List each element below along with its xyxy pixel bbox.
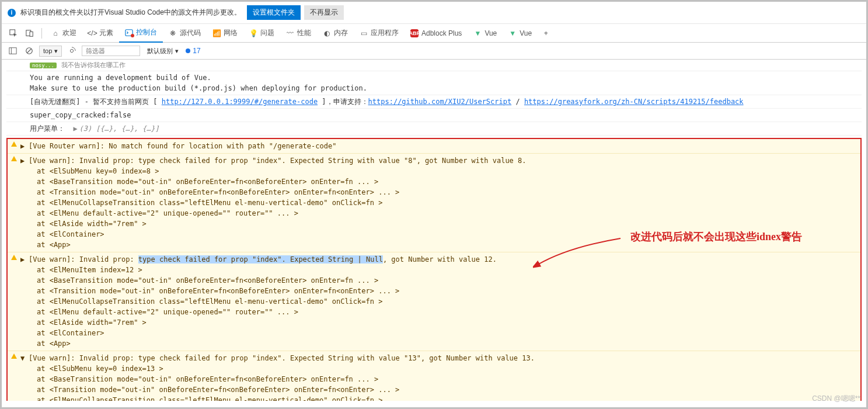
- device-toolbar-icon[interactable]: [23, 26, 37, 40]
- svg-line-7: [27, 49, 32, 53]
- disclosure-triangle-icon[interactable]: ▶: [20, 155, 25, 166]
- warning-triangle-icon: [11, 156, 17, 161]
- console-toolbar: top▾ 默认级别▾ 17: [2, 43, 866, 60]
- issue-count[interactable]: 17: [186, 47, 200, 55]
- warning-highlight-box: ▶ [Vue Router warn]: No match found for …: [6, 138, 862, 401]
- log-badge: nosy...: [30, 63, 57, 68]
- link[interactable]: https://github.com/XIU2/UserScript: [368, 98, 512, 106]
- svg-point-8: [71, 49, 74, 52]
- tab-adblock[interactable]: ABPAdblock Plus: [405, 24, 468, 43]
- disclosure-triangle-icon[interactable]: ▶: [20, 254, 25, 265]
- clear-console-icon[interactable]: [23, 44, 36, 57]
- log-row: You are running a development build of V…: [6, 71, 862, 95]
- warning-message: ▼ [Vue warn]: Invalid prop: type check f…: [8, 351, 860, 401]
- watermark: CSDN @嗯嗯**: [812, 394, 860, 404]
- home-icon: ⌂: [51, 29, 60, 37]
- dismiss-button[interactable]: 不再显示: [304, 5, 344, 20]
- network-icon: 📶: [212, 29, 221, 37]
- chevron-down-icon: ▾: [175, 47, 179, 55]
- adblock-icon: ABP: [410, 29, 419, 37]
- tab-performance[interactable]: 〰性能: [280, 24, 317, 43]
- disclosure-triangle-icon[interactable]: ▼: [20, 353, 25, 363]
- application-icon: ▭: [360, 29, 368, 37]
- inspect-element-icon[interactable]: [6, 26, 20, 40]
- tab-application[interactable]: ▭应用程序: [354, 24, 405, 43]
- live-expression-icon[interactable]: [65, 44, 78, 57]
- context-selector[interactable]: top▾: [39, 46, 62, 57]
- memory-icon: ◐: [323, 29, 331, 37]
- log-row: [自动无缝翻页] - 暂不支持当前网页 [ http://127.0.0.1:9…: [6, 95, 862, 109]
- vue-icon: ▼: [508, 29, 517, 37]
- elements-icon: </>: [88, 29, 96, 37]
- tab-console[interactable]: 控制台: [119, 24, 163, 43]
- issues-icon: 💡: [249, 29, 257, 37]
- devtools-tabs: ⌂欢迎 </>元素 控制台 ❋源代码 📶网络 💡问题 〰性能 ◐内存 ▭应用程序…: [2, 24, 866, 43]
- info-icon: i: [8, 9, 16, 17]
- tab-memory[interactable]: ◐内存: [317, 24, 354, 43]
- add-tab-icon[interactable]: +: [539, 26, 553, 40]
- filter-input[interactable]: [82, 46, 140, 56]
- tab-welcome[interactable]: ⌂欢迎: [46, 24, 82, 43]
- performance-icon: 〰: [286, 29, 294, 37]
- log-level-selector[interactable]: 默认级别▾: [144, 46, 182, 57]
- sources-icon: ❋: [169, 29, 177, 37]
- warning-triangle-icon: [11, 255, 17, 260]
- svg-rect-2: [30, 32, 33, 36]
- disclosure-triangle-icon[interactable]: ▶: [73, 123, 79, 134]
- info-bar: i 标识项目的根文件夹以打开Visual Studio Code中的源文件并同步…: [2, 2, 866, 24]
- tab-elements[interactable]: </>元素: [82, 24, 119, 43]
- chevron-down-icon: ▾: [54, 47, 58, 55]
- log-row: 用户菜单： ▶(3) [{…}, {…}, {…}]: [6, 122, 862, 136]
- tab-issues[interactable]: 💡问题: [243, 24, 280, 43]
- tab-vue-2[interactable]: ▼Vue: [503, 24, 538, 43]
- warning-message: ▶ [Vue Router warn]: No match found for …: [8, 139, 860, 153]
- issue-dot-icon: [186, 48, 190, 53]
- info-text: 标识项目的根文件夹以打开Visual Studio Code中的源文件并同步更改…: [20, 8, 241, 18]
- link[interactable]: https://greasyfork.org/zh-CN/scripts/419…: [524, 98, 744, 106]
- vue-icon: ▼: [473, 29, 482, 37]
- link[interactable]: http://127.0.0.1:9999/#/generate-code: [162, 98, 318, 106]
- annotation-text: 改进代码后就不会出现这些idnex警告: [630, 230, 802, 244]
- separator: [41, 28, 42, 39]
- svg-rect-4: [9, 48, 16, 54]
- highlighted-text: type check failed for prop "index". Expe…: [138, 255, 383, 264]
- set-root-folder-button[interactable]: 设置根文件夹: [247, 5, 301, 20]
- tab-network[interactable]: 📶网络: [207, 24, 243, 43]
- warning-message: ▶ [Vue warn]: Invalid prop: type check f…: [8, 252, 860, 351]
- console-icon: [125, 29, 133, 37]
- log-row: super_copy_cracked:false: [6, 109, 862, 122]
- svg-rect-3: [126, 29, 133, 36]
- truncated-log-row: nosy...我不告诉你我在哪工作: [6, 60, 862, 71]
- tab-sources[interactable]: ❋源代码: [163, 24, 207, 43]
- disclosure-triangle-icon[interactable]: ▶: [20, 141, 25, 151]
- tab-vue-1[interactable]: ▼Vue: [468, 24, 503, 43]
- sidebar-toggle-icon[interactable]: [6, 44, 19, 57]
- warning-triangle-icon: [11, 353, 17, 359]
- warning-triangle-icon: [11, 141, 17, 147]
